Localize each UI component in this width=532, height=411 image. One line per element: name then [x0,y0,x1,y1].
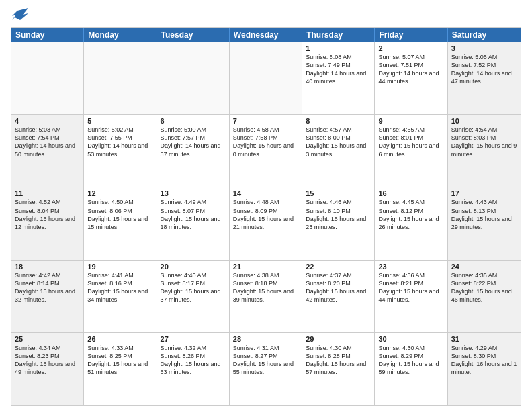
calendar: SundayMondayTuesdayWednesdayThursdayFrid… [11,27,521,406]
day-info: Sunrise: 4:58 AM Sunset: 7:58 PM Dayligh… [233,126,298,158]
day-info: Sunrise: 4:57 AM Sunset: 8:00 PM Dayligh… [306,126,371,158]
day-info: Sunrise: 4:49 AM Sunset: 8:07 PM Dayligh… [161,198,226,231]
day-cell: 10Sunrise: 4:54 AM Sunset: 8:03 PM Dayli… [448,115,521,187]
day-cell: 21Sunrise: 4:38 AM Sunset: 8:18 PM Dayli… [230,261,302,332]
week-row: 18Sunrise: 4:42 AM Sunset: 8:14 PM Dayli… [11,260,521,332]
day-header-tuesday: Tuesday [157,28,230,42]
day-number: 19 [87,263,152,271]
day-info: Sunrise: 4:54 AM Sunset: 8:03 PM Dayligh… [451,126,517,158]
day-cell: 17Sunrise: 4:43 AM Sunset: 8:13 PM Dayli… [448,187,521,259]
day-cell: 13Sunrise: 4:49 AM Sunset: 8:07 PM Dayli… [157,187,230,259]
day-info: Sunrise: 4:41 AM Sunset: 8:16 PM Dayligh… [87,271,152,304]
week-row: 1Sunrise: 5:08 AM Sunset: 7:49 PM Daylig… [11,42,521,114]
day-info: Sunrise: 5:07 AM Sunset: 7:51 PM Dayligh… [378,53,443,86]
day-number: 24 [451,263,517,271]
day-info: Sunrise: 4:50 AM Sunset: 8:06 PM Dayligh… [87,198,152,231]
logo-bird-icon [12,8,28,21]
day-headers: SundayMondayTuesdayWednesdayThursdayFrid… [11,28,521,42]
header [11,8,521,21]
day-info: Sunrise: 5:00 AM Sunset: 7:57 PM Dayligh… [161,126,226,158]
day-header-friday: Friday [375,28,447,42]
day-cell: 7Sunrise: 4:58 AM Sunset: 7:58 PM Daylig… [230,115,302,187]
day-info: Sunrise: 4:31 AM Sunset: 8:27 PM Dayligh… [233,344,298,377]
day-info: Sunrise: 4:36 AM Sunset: 8:21 PM Dayligh… [378,271,443,304]
day-cell: 19Sunrise: 4:41 AM Sunset: 8:16 PM Dayli… [84,261,157,332]
day-number: 17 [451,189,517,197]
day-info: Sunrise: 4:55 AM Sunset: 8:01 PM Dayligh… [378,126,443,158]
day-cell [230,42,302,114]
day-info: Sunrise: 4:35 AM Sunset: 8:22 PM Dayligh… [451,271,517,304]
day-info: Sunrise: 4:48 AM Sunset: 8:09 PM Dayligh… [233,198,298,231]
week-row: 4Sunrise: 5:03 AM Sunset: 7:54 PM Daylig… [11,114,521,187]
day-number: 26 [87,335,152,343]
day-number: 30 [378,335,443,343]
day-number: 1 [306,44,371,52]
day-number: 20 [161,263,226,271]
day-cell: 23Sunrise: 4:36 AM Sunset: 8:21 PM Dayli… [375,261,447,332]
day-cell: 31Sunrise: 4:29 AM Sunset: 8:30 PM Dayli… [448,333,521,405]
day-info: Sunrise: 4:30 AM Sunset: 8:28 PM Dayligh… [306,344,371,377]
day-header-monday: Monday [84,28,157,42]
day-cell: 28Sunrise: 4:31 AM Sunset: 8:27 PM Dayli… [230,333,302,405]
day-header-wednesday: Wednesday [230,28,302,42]
day-info: Sunrise: 4:37 AM Sunset: 8:20 PM Dayligh… [306,271,371,304]
day-info: Sunrise: 5:02 AM Sunset: 7:55 PM Dayligh… [87,126,152,158]
day-number: 16 [378,189,443,197]
day-header-saturday: Saturday [448,28,521,42]
day-info: Sunrise: 4:42 AM Sunset: 8:14 PM Dayligh… [15,271,80,304]
day-info: Sunrise: 4:40 AM Sunset: 8:17 PM Dayligh… [161,271,226,304]
day-number: 4 [15,117,80,125]
day-number: 7 [233,117,298,125]
day-number: 25 [15,335,80,343]
day-number: 13 [161,189,226,197]
day-number: 14 [233,189,298,197]
day-cell: 22Sunrise: 4:37 AM Sunset: 8:20 PM Dayli… [302,261,375,332]
day-number: 8 [306,117,371,125]
day-info: Sunrise: 4:46 AM Sunset: 8:10 PM Dayligh… [306,198,371,231]
day-cell: 16Sunrise: 4:45 AM Sunset: 8:12 PM Dayli… [375,187,447,259]
day-number: 31 [451,335,517,343]
day-cell: 6Sunrise: 5:00 AM Sunset: 7:57 PM Daylig… [157,115,230,187]
day-cell: 9Sunrise: 4:55 AM Sunset: 8:01 PM Daylig… [375,115,447,187]
day-cell: 18Sunrise: 4:42 AM Sunset: 8:14 PM Dayli… [11,261,84,332]
day-number: 18 [15,263,80,271]
day-cell: 27Sunrise: 4:32 AM Sunset: 8:26 PM Dayli… [157,333,230,405]
day-info: Sunrise: 4:29 AM Sunset: 8:30 PM Dayligh… [451,344,517,377]
day-number: 9 [378,117,443,125]
day-header-thursday: Thursday [302,28,375,42]
day-number: 22 [306,263,371,271]
day-cell: 1Sunrise: 5:08 AM Sunset: 7:49 PM Daylig… [302,42,375,114]
day-cell: 12Sunrise: 4:50 AM Sunset: 8:06 PM Dayli… [84,187,157,259]
day-cell: 29Sunrise: 4:30 AM Sunset: 8:28 PM Dayli… [302,333,375,405]
svg-marker-0 [12,8,28,20]
day-number: 23 [378,263,443,271]
day-cell: 8Sunrise: 4:57 AM Sunset: 8:00 PM Daylig… [302,115,375,187]
day-info: Sunrise: 4:52 AM Sunset: 8:04 PM Dayligh… [15,198,80,231]
day-info: Sunrise: 4:30 AM Sunset: 8:29 PM Dayligh… [378,344,443,377]
day-cell: 2Sunrise: 5:07 AM Sunset: 7:51 PM Daylig… [375,42,447,114]
week-row: 25Sunrise: 4:34 AM Sunset: 8:23 PM Dayli… [11,332,521,405]
day-info: Sunrise: 5:05 AM Sunset: 7:52 PM Dayligh… [451,53,517,86]
day-info: Sunrise: 4:33 AM Sunset: 8:25 PM Dayligh… [87,344,152,377]
day-number: 29 [306,335,371,343]
day-number: 27 [161,335,226,343]
day-cell: 4Sunrise: 5:03 AM Sunset: 7:54 PM Daylig… [11,115,84,187]
week-row: 11Sunrise: 4:52 AM Sunset: 8:04 PM Dayli… [11,187,521,259]
day-cell: 5Sunrise: 5:02 AM Sunset: 7:55 PM Daylig… [84,115,157,187]
day-cell: 26Sunrise: 4:33 AM Sunset: 8:25 PM Dayli… [84,333,157,405]
day-info: Sunrise: 5:08 AM Sunset: 7:49 PM Dayligh… [306,53,371,86]
day-info: Sunrise: 4:45 AM Sunset: 8:12 PM Dayligh… [378,198,443,231]
day-cell: 20Sunrise: 4:40 AM Sunset: 8:17 PM Dayli… [157,261,230,332]
day-cell [157,42,230,114]
day-number: 28 [233,335,298,343]
weeks: 1Sunrise: 5:08 AM Sunset: 7:49 PM Daylig… [11,42,521,405]
day-cell: 14Sunrise: 4:48 AM Sunset: 8:09 PM Dayli… [230,187,302,259]
day-cell: 24Sunrise: 4:35 AM Sunset: 8:22 PM Dayli… [448,261,521,332]
day-cell: 3Sunrise: 5:05 AM Sunset: 7:52 PM Daylig… [448,42,521,114]
day-cell [11,42,84,114]
day-cell: 25Sunrise: 4:34 AM Sunset: 8:23 PM Dayli… [11,333,84,405]
day-number: 6 [161,117,226,125]
day-info: Sunrise: 4:34 AM Sunset: 8:23 PM Dayligh… [15,344,80,377]
day-number: 21 [233,263,298,271]
day-cell: 15Sunrise: 4:46 AM Sunset: 8:10 PM Dayli… [302,187,375,259]
